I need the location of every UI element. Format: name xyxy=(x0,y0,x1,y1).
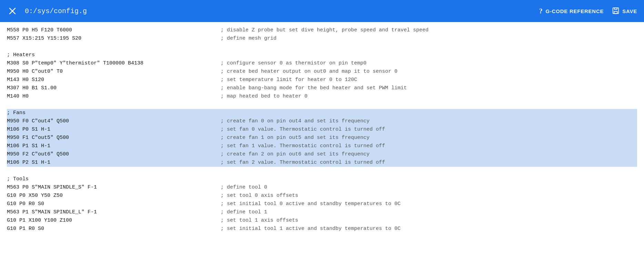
code-segment: M563 P0 S"MAIN SPINDLE_S" F-1 xyxy=(7,183,221,192)
code-line: G10 P0 X50 Y50 Z50; set tool 0 axis offs… xyxy=(7,192,637,200)
code-segment: M557 X15:215 Y15:195 S20 xyxy=(7,34,221,43)
code-segment: M307 H0 B1 S1.00 xyxy=(7,84,221,92)
code-editor[interactable]: M558 P0 H5 F120 T6000; disable Z probe b… xyxy=(0,22,644,273)
header-right: ? G-CODE REFERENCE SAVE xyxy=(539,7,637,16)
comment-segment: ; set temperature limit for heater 0 to … xyxy=(221,76,357,84)
code-segment: G10 P1 R0 S0 xyxy=(7,225,221,233)
code-line: M106 P1 S1 H-1; set fan 1 value. Thermos… xyxy=(7,142,637,150)
code-line: M950 H0 C"out0" T0; create bed heater ou… xyxy=(7,68,637,76)
code-line: ; Heaters xyxy=(7,51,637,59)
code-segment: M950 F0 C"out4" Q500 xyxy=(7,117,221,125)
comment-segment: ; set initial tool 0 active and standby … xyxy=(221,200,401,208)
code-segment: M140 H0 xyxy=(7,92,221,101)
code-segment: M143 H0 S120 xyxy=(7,76,221,84)
code-segment: M106 P2 S1 H-1 xyxy=(7,159,221,167)
comment-segment: ; create fan 2 on pin out6 and set its f… xyxy=(221,150,370,159)
help-icon: ? xyxy=(539,7,543,15)
code-line: M307 H0 B1 S1.00; enable bang-bang mode … xyxy=(7,84,637,92)
blank-line xyxy=(7,167,637,175)
code-segment: M106 P1 S1 H-1 xyxy=(7,142,221,150)
comment-segment: ; set fan 0 value. Thermostatic control … xyxy=(221,125,385,134)
code-line: M143 H0 S120; set temperature limit for … xyxy=(7,76,637,84)
code-line: G10 P1 X100 Y100 Z100; set tool 1 axis o… xyxy=(7,216,637,225)
code-line: M950 F1 C"out5" Q500; create fan 1 on pi… xyxy=(7,134,637,142)
comment-segment: ; map heated bed to heater 0 xyxy=(221,92,308,101)
code-segment: G10 P0 R0 S0 xyxy=(7,200,221,208)
save-button[interactable]: SAVE xyxy=(612,7,637,16)
comment-segment: ; set tool 0 axis offsets xyxy=(221,192,298,200)
code-segment: M308 S0 P"temp0" Y"thermistor" T100000 B… xyxy=(7,59,221,68)
file-title: 0:/sys/config.g xyxy=(25,7,87,15)
header-left: 0:/sys/config.g xyxy=(7,6,87,17)
code-segment: M563 P1 S"MAIN SPINDLE_L" F-1 xyxy=(7,208,221,216)
code-line: M563 P0 S"MAIN SPINDLE_S" F-1; define to… xyxy=(7,183,637,192)
save-icon xyxy=(612,7,620,16)
comment-segment: ; set tool 1 axis offsets xyxy=(221,216,298,225)
code-segment: G10 P0 X50 Y50 Z50 xyxy=(7,192,221,200)
comment-segment: ; define mesh grid xyxy=(221,34,276,43)
code-segment: G10 P1 X100 Y100 Z100 xyxy=(7,216,221,225)
code-line: M557 X15:215 Y15:195 S20; define mesh gr… xyxy=(7,34,637,43)
comment-segment: ; create fan 0 on pin out4 and set its f… xyxy=(221,117,370,125)
comment-segment: ; create bed heater output on out0 and m… xyxy=(221,68,398,76)
code-segment: M950 F1 C"out5" Q500 xyxy=(7,134,221,142)
close-button[interactable] xyxy=(7,6,18,17)
code-line: M950 F2 C"out6" Q500; create fan 2 on pi… xyxy=(7,150,637,159)
code-segment: M558 P0 H5 F120 T6000 xyxy=(7,26,221,34)
code-line: M140 H0; map heated bed to heater 0 xyxy=(7,92,637,101)
code-line: M563 P1 S"MAIN SPINDLE_L" F-1; define to… xyxy=(7,208,637,216)
comment-segment: ; enable bang-bang mode for the bed heat… xyxy=(221,84,407,92)
comment-segment: ; set initial tool 1 active and standby … xyxy=(221,225,401,233)
save-label: SAVE xyxy=(622,8,637,14)
comment-segment: ; define tool 0 xyxy=(221,183,267,192)
code-line: M106 P2 S1 H-1; set fan 2 value. Thermos… xyxy=(7,159,637,167)
comment-segment: ; disable Z probe but set dive height, p… xyxy=(221,26,429,34)
comment-segment: ; set fan 2 value. Thermostatic control … xyxy=(221,159,385,167)
comment-segment: ; configure sensor 0 as thermistor on pi… xyxy=(221,59,366,68)
svg-rect-2 xyxy=(613,8,619,13)
section-comment: ; Heaters xyxy=(7,51,35,59)
code-line: M308 S0 P"temp0" Y"thermistor" T100000 B… xyxy=(7,59,637,68)
svg-rect-3 xyxy=(614,11,617,13)
gcode-ref-label: G-CODE REFERENCE xyxy=(546,8,604,14)
code-line: G10 P0 R0 S0; set initial tool 0 active … xyxy=(7,200,637,208)
code-line: M558 P0 H5 F120 T6000; disable Z probe b… xyxy=(7,26,637,34)
code-line: ; Fans xyxy=(7,109,637,117)
code-line: G10 P1 R0 S0; set initial tool 1 active … xyxy=(7,225,637,233)
comment-segment: ; create fan 1 on pin out5 and set its f… xyxy=(221,134,370,142)
code-line: ; Tools xyxy=(7,175,637,183)
code-segment: M106 P0 S1 H-1 xyxy=(7,125,221,134)
blank-line xyxy=(7,43,637,51)
blank-line xyxy=(7,101,637,109)
section-comment: ; Tools xyxy=(7,175,29,183)
comment-segment: ; define tool 1 xyxy=(221,208,267,216)
section-comment: ; Fans xyxy=(7,109,26,117)
code-segment: M950 H0 C"out0" T0 xyxy=(7,68,221,76)
code-segment: M950 F2 C"out6" Q500 xyxy=(7,150,221,159)
code-line: M106 P0 S1 H-1; set fan 0 value. Thermos… xyxy=(7,125,637,134)
header-bar: 0:/sys/config.g ? G-CODE REFERENCE SAVE xyxy=(0,0,644,22)
gcode-reference-button[interactable]: ? G-CODE REFERENCE xyxy=(539,7,604,15)
code-line: M950 F0 C"out4" Q500; create fan 0 on pi… xyxy=(7,117,637,125)
comment-segment: ; set fan 1 value. Thermostatic control … xyxy=(221,142,385,150)
